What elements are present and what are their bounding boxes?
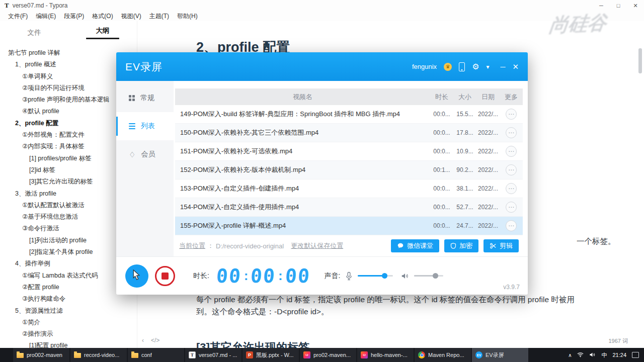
scrollbar-thumb[interactable]	[638, 48, 642, 73]
username-label[interactable]: fengunix	[412, 63, 437, 70]
current-location-link[interactable]: 当前位置	[179, 241, 205, 250]
video-name: 155-POM深入-profile 详解-概述.mp4	[175, 221, 430, 230]
table-row[interactable]: 151-POM深入-依赖补充-可选依赖.mp400:0...10.9...202…	[175, 142, 523, 161]
record-start-button[interactable]	[125, 264, 148, 288]
mobile-app-icon[interactable]	[459, 62, 465, 71]
more-button[interactable]: ⋯	[506, 183, 517, 194]
shield-button[interactable]: 加密	[444, 239, 478, 252]
speaker-icon[interactable]	[401, 273, 409, 280]
outline-item[interactable]: ①简介	[0, 317, 136, 328]
time-digits: 00	[284, 265, 311, 287]
scissors-button[interactable]: 剪辑	[484, 239, 519, 252]
more-button[interactable]: ⋯	[506, 146, 517, 157]
more-cell: ⋯	[500, 202, 523, 213]
table-row[interactable]: 152-POM深入-依赖补充-版本仲裁机制.mp400:1...90.2...2…	[175, 161, 523, 179]
menu-item[interactable]: 文件(F)	[4, 12, 32, 21]
more-button[interactable]: ⋯	[506, 127, 517, 138]
ev-minimize-button[interactable]: ─	[501, 63, 506, 70]
source-mode-icon[interactable]: </>	[151, 337, 159, 344]
taskbar-item[interactable]: IJpro02-maven...	[300, 348, 356, 362]
menu-item[interactable]: 格式(O)	[88, 12, 117, 21]
volume-slider[interactable]	[414, 275, 443, 277]
taskbar-item[interactable]: IJhello-maven-...	[357, 348, 414, 362]
outline-item[interactable]: [1]配置 profile	[0, 340, 136, 348]
outline-item[interactable]: 5、资源属性过滤	[0, 305, 136, 317]
menu-item[interactable]: 段落(P)	[60, 12, 88, 21]
mic-slider[interactable]	[358, 275, 393, 277]
taskbar-item[interactable]: conf	[128, 348, 184, 362]
volume-tray-icon[interactable]	[589, 352, 596, 358]
menu-item[interactable]: 主题(T)	[145, 12, 173, 21]
column-header[interactable]: 视频名	[175, 93, 430, 102]
record-stop-button[interactable]	[155, 266, 175, 286]
sidebar-toggle-icon[interactable]: ‹	[142, 337, 144, 344]
more-cell: ⋯	[500, 220, 523, 231]
vip-crown-icon[interactable]: ♛	[444, 63, 452, 71]
outline-item[interactable]: ③执行构建命令	[0, 293, 136, 305]
chat-button[interactable]: 微信课堂	[391, 239, 439, 252]
taskbar-item[interactable]: pro002-maven	[13, 348, 69, 362]
taskbar-item[interactable]: record-video...	[70, 348, 127, 362]
outline-item[interactable]: ②操作演示	[0, 328, 136, 340]
taskbar-item[interactable]: Maven Repo...	[415, 348, 471, 362]
typora-close-button[interactable]: ✕	[627, 0, 644, 11]
network-icon[interactable]	[577, 352, 584, 358]
clock[interactable]: 21:24	[612, 352, 626, 358]
table-row[interactable]: 154-POM深入-自定义插件-使用插件.mp400:0...52.7...20…	[175, 198, 523, 217]
table-row[interactable]: 153-POM深入-自定义插件-创建插件.mp400:0...38.1...20…	[175, 179, 523, 198]
stop-square-icon	[162, 273, 169, 280]
sidebar-tab[interactable]: 大纲	[68, 21, 137, 44]
content-paragraph[interactable]: 每个 profile 都必须有一个 id 标签，指定该 profile 的唯一标…	[196, 294, 575, 318]
taskbar-item-label: pro002-maven	[27, 352, 62, 358]
video-date: 2022/...	[476, 129, 500, 136]
sidebar-tab[interactable]: 文件	[0, 21, 68, 44]
tray-expand-icon[interactable]: ∧	[568, 352, 572, 358]
more-button[interactable]: ⋯	[506, 164, 517, 175]
input-language-indicator[interactable]: 中	[601, 351, 607, 359]
table-row[interactable]: 155-POM深入-profile 详解-概述.mp400:0...24.7..…	[175, 217, 523, 235]
chrome-icon	[418, 351, 425, 358]
ev-close-button[interactable]: ✕	[512, 63, 519, 70]
sound-label: 声音:	[325, 272, 341, 281]
column-header[interactable]: 更多	[500, 93, 523, 102]
nav-item-grid[interactable]: 常规	[116, 84, 174, 112]
more-button[interactable]: ⋯	[506, 109, 517, 120]
nav-item-member[interactable]: ♢会员	[116, 140, 174, 168]
idea-icon: IJ	[303, 351, 310, 358]
taskbar-item[interactable]: P黑板.pptx - W...	[243, 348, 299, 362]
more-cell: ⋯	[500, 164, 523, 175]
duration-label: 时长:	[193, 272, 209, 281]
chevron-down-icon[interactable]: ▾	[486, 64, 489, 70]
button-label: 微信课堂	[407, 241, 433, 250]
action-center-icon[interactable]	[632, 352, 639, 358]
column-header[interactable]: 日期	[476, 93, 500, 102]
typora-maximize-button[interactable]: □	[610, 0, 627, 11]
video-date: 2022/...	[476, 166, 500, 173]
menu-item[interactable]: 视图(V)	[117, 12, 145, 21]
menu-item[interactable]: 编辑(E)	[32, 12, 60, 21]
more-button[interactable]: ⋯	[506, 220, 517, 231]
change-save-location-link[interactable]: 更改默认保存位置	[291, 241, 343, 250]
save-path: D:/record-video-original	[216, 242, 284, 250]
ev-controls: 时长: 00:00:00 声音: v3.9.7	[116, 256, 528, 295]
taskbar-item-label: verse07.md - ...	[199, 352, 237, 358]
microphone-icon[interactable]	[345, 272, 353, 281]
column-header[interactable]: 时长	[430, 93, 453, 102]
table-row[interactable]: 149-POM深入-build 标签详解-典型应用：SpringBoot 插件和…	[175, 105, 523, 124]
video-name: 153-POM深入-自定义插件-创建插件.mp4	[175, 184, 430, 193]
column-header[interactable]: 大小	[453, 93, 476, 102]
ev-icon: EV	[475, 351, 482, 358]
table-row[interactable]: 150-POM深入-依赖补充-其它三个依赖范围.mp400:0...17.8..…	[175, 124, 523, 142]
member-icon: ♢	[129, 151, 135, 158]
mic-slider-thumb[interactable]	[382, 273, 387, 279]
volume-slider-thumb[interactable]	[433, 273, 438, 279]
folder-icon	[131, 352, 138, 358]
menu-item[interactable]: 帮助(H)	[173, 12, 202, 21]
typora-titlebar: T verse07.md - Typora ─ □ ✕	[0, 0, 644, 11]
settings-gear-icon[interactable]: ⚙	[472, 63, 479, 71]
taskbar-item[interactable]: EVEV录屏	[472, 348, 528, 362]
more-button[interactable]: ⋯	[506, 202, 517, 213]
nav-item-list[interactable]: 列表	[116, 112, 174, 140]
taskbar-item[interactable]: Tverse07.md - ...	[185, 348, 242, 362]
video-duration: 00:0...	[430, 111, 453, 118]
